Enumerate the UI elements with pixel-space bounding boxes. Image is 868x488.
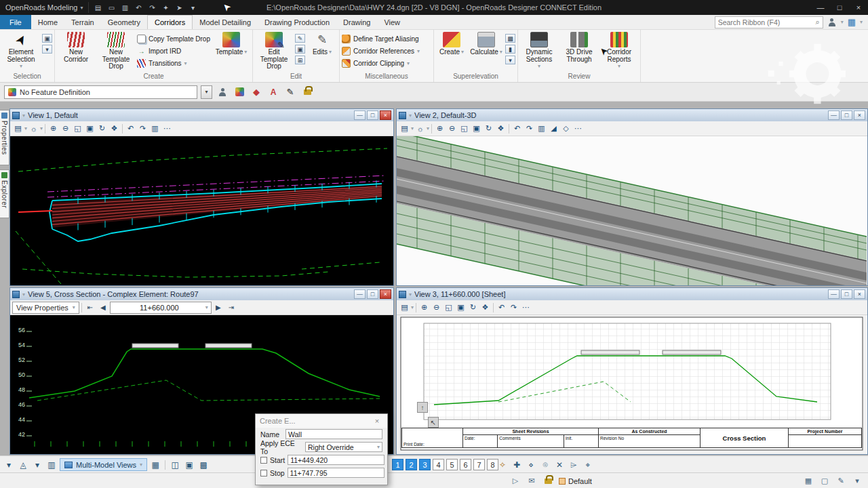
dynamic-sections-button[interactable]: Dynamic Sections▾	[520, 31, 558, 71]
fit-view-icon[interactable]: ▣	[455, 302, 467, 314]
edit-template-drop-button[interactable]: Edit Template Drop	[255, 31, 293, 71]
compass-snap-icon[interactable]: ✧	[496, 458, 509, 471]
element-selection-button[interactable]: ➤ Element Selection▾	[2, 31, 40, 71]
view-close-button[interactable]: ×	[380, 110, 391, 120]
view-minimize-button[interactable]: —	[828, 110, 840, 120]
keypoint-snap-icon[interactable]: ⋄	[525, 458, 537, 471]
caret-icon[interactable]: ▾	[24, 125, 27, 131]
corridor-references-button[interactable]: Corridor References ▾	[342, 46, 431, 56]
maximize-button[interactable]: □	[830, 0, 849, 15]
name-field[interactable]	[285, 429, 382, 439]
view-toggle-4[interactable]: 4	[433, 459, 444, 470]
new-template-drop-button[interactable]: New Template Drop	[97, 31, 135, 71]
view-3-canvas[interactable]: Print Date: Sheet Revisions Date: Commen…	[397, 315, 867, 454]
superelevation-extra-1-icon[interactable]: ▩	[505, 34, 515, 43]
superelevation-extra-3-icon[interactable]: ▾	[505, 56, 515, 64]
zoom-in-icon[interactable]: ⊕	[434, 123, 446, 135]
display-set-icon[interactable]: ◬	[17, 458, 29, 471]
view-group-3-icon[interactable]: ▩	[197, 458, 210, 471]
view-group-2-icon[interactable]: ▣	[183, 458, 195, 471]
match-feature-icon[interactable]	[216, 85, 229, 99]
display-set-caret-icon[interactable]: ▾	[31, 458, 43, 471]
view-5-titlebar[interactable]: ▾ View 5, Cross Section - Complex Elemen…	[10, 288, 393, 300]
previous-station-button[interactable]: ◀	[97, 302, 109, 314]
edit-extra-1-icon[interactable]: ✎	[295, 34, 305, 43]
view-toggle-2[interactable]: 2	[406, 459, 417, 470]
caret-icon[interactable]: ▾	[427, 125, 429, 131]
intersection-snap-icon[interactable]: ✕	[553, 458, 566, 471]
pan-up-button[interactable]: ↑	[417, 402, 428, 413]
view-undo-icon[interactable]: ↶	[125, 123, 136, 135]
stop-station-field[interactable]	[288, 468, 384, 478]
feature-definition-dropdown[interactable]: No Feature Definition	[4, 85, 197, 99]
pan-view-icon[interactable]: ❖	[108, 123, 120, 135]
stop-checkbox[interactable]	[260, 470, 267, 476]
start-checkbox[interactable]	[260, 457, 267, 464]
view-maximize-button[interactable]: □	[367, 110, 378, 120]
window-area-icon[interactable]: ◱	[458, 123, 470, 135]
redo-icon[interactable]: ↷	[146, 2, 158, 13]
first-station-button[interactable]: ⇤	[84, 302, 96, 314]
view-attributes-icon[interactable]: ▤	[399, 302, 410, 314]
feature-lock-icon[interactable]	[300, 85, 314, 99]
lock-status-icon[interactable]	[542, 476, 553, 487]
workflow-selector[interactable]: OpenRoads Modeling ▾	[0, 0, 88, 15]
last-station-button[interactable]: ⇥	[225, 302, 237, 314]
view-2-titlebar[interactable]: ▾ View 2, Default-3D — □ ×	[397, 109, 867, 121]
zoom-out-icon[interactable]: ⊖	[60, 123, 71, 135]
midpoint-snap-icon[interactable]: ⌾	[539, 458, 551, 471]
copy-view-icon[interactable]: ▥	[149, 123, 161, 135]
next-station-button[interactable]: ▶	[212, 302, 224, 314]
view-close-button[interactable]: ×	[854, 289, 865, 299]
import-ird-button[interactable]: → Import IRD	[137, 46, 210, 56]
user-caret-icon[interactable]: ▾	[841, 19, 844, 25]
edits-button[interactable]: ✎ Edits▾	[307, 31, 337, 57]
nearest-snap-icon[interactable]: ✚	[511, 458, 523, 471]
annotation-icon[interactable]: A	[267, 85, 280, 99]
tangent-snap-icon[interactable]: ⌲	[568, 458, 580, 471]
mini-template-icon[interactable]	[233, 85, 246, 99]
view-undo-icon[interactable]: ↶	[511, 123, 523, 135]
corridor-reports-button[interactable]: Corridor Reports▾	[600, 31, 638, 71]
drive-through-button[interactable]: 3D Drive Through	[560, 31, 598, 64]
view-maximize-button[interactable]: □	[841, 289, 852, 299]
view-toggle-6[interactable]: 6	[460, 459, 471, 470]
more-view-tools-icon[interactable]: ⋯	[161, 123, 173, 135]
view-1-titlebar[interactable]: ▾ View 1, Default — □ ×	[10, 109, 393, 121]
close-button[interactable]: ×	[849, 0, 868, 15]
message-center-icon[interactable]: ✉	[526, 476, 537, 487]
active-model-indicator[interactable]: Default	[559, 477, 592, 485]
fit-view-icon[interactable]: ▣	[471, 123, 482, 135]
view-menu-caret-icon[interactable]: ▾	[409, 113, 412, 119]
tab-corridors[interactable]: Corridors	[147, 15, 193, 29]
corridor-clipping-button[interactable]: Corridor Clipping ▾	[342, 58, 431, 68]
zoom-in-icon[interactable]: ⊕	[47, 123, 59, 135]
edit-status-icon[interactable]: ✎	[835, 476, 846, 487]
view-toggle-3[interactable]: 3	[419, 459, 431, 470]
apps-caret-icon[interactable]: ▾	[860, 19, 863, 25]
dialog-close-icon[interactable]: ×	[371, 417, 383, 425]
view-3-titlebar[interactable]: ▾ View 3, 11+660.000 [Sheet] — □ ×	[397, 288, 867, 300]
status-caret-icon[interactable]: ▾	[852, 476, 863, 487]
clip-volume-icon[interactable]: ◢	[548, 123, 559, 135]
view-menu-caret-icon[interactable]: ▾	[22, 291, 25, 298]
tab-terrain[interactable]: Terrain	[64, 15, 101, 29]
tab-model-detailing[interactable]: Model Detailing	[193, 15, 258, 29]
connect-apps-icon[interactable]: ▦	[848, 17, 856, 27]
view-maximize-button[interactable]: □	[841, 110, 852, 120]
window-cascade-icon[interactable]: ▦	[149, 458, 161, 471]
fit-view-icon[interactable]: ▣	[84, 123, 96, 135]
edit-extra-2-icon[interactable]: ▣	[295, 45, 305, 54]
print-preview-icon[interactable]: ▥	[45, 458, 58, 471]
rotate-view-icon[interactable]: ↻	[467, 302, 479, 314]
view-undo-icon[interactable]: ↶	[496, 302, 507, 314]
tab-home[interactable]: Home	[31, 15, 64, 29]
view-redo-icon[interactable]: ↷	[524, 123, 535, 135]
user-icon[interactable]	[827, 18, 837, 27]
sidetab-properties[interactable]: Properties	[0, 110, 9, 165]
view-close-button[interactable]: ×	[380, 289, 391, 299]
pan-view-icon[interactable]: ❖	[495, 123, 507, 135]
view-minimize-button[interactable]: —	[354, 110, 366, 120]
superelevation-create-button[interactable]: Create▾	[436, 31, 467, 57]
copy-template-drop-button[interactable]: Copy Template Drop	[137, 34, 210, 44]
